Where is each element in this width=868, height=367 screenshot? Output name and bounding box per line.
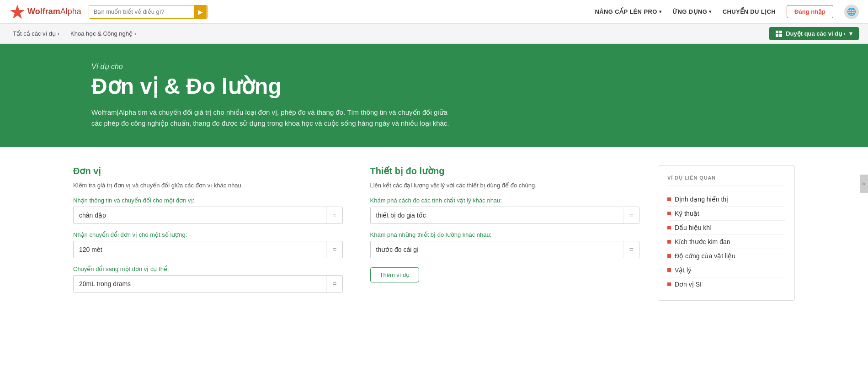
- equals-icon-4: =: [623, 207, 639, 223]
- nav-travel[interactable]: CHUYỂN DU LỊCH: [723, 8, 776, 15]
- sub-nav: Tất cả các ví dụ › Khoa học & Công nghệ …: [0, 24, 868, 44]
- sidebar-item-physics[interactable]: Vật lý: [667, 263, 785, 277]
- science-tech-link[interactable]: Khoa học & Công nghệ ›: [67, 28, 140, 39]
- units-input-2[interactable]: [74, 242, 326, 257]
- bullet-icon: [667, 212, 671, 215]
- sidebar-item-si-units[interactable]: Đơn vị SI: [667, 277, 785, 291]
- chevron-down-icon: ▾: [659, 9, 661, 14]
- measuring-input-row-1: =: [370, 207, 640, 224]
- bullet-icon: [667, 254, 671, 258]
- header: WolframAlpha ▶ NÂNG CẤP LÊN PRO ▾ ỨNG DỤ…: [0, 0, 868, 24]
- search-submit-button[interactable]: ▶: [194, 5, 207, 18]
- measuring-label-1: Khám phá cách đo các tính chất vật lý kh…: [370, 197, 640, 204]
- units-input-3[interactable]: [74, 276, 326, 292]
- nav-apps[interactable]: ỨNG DỤNG ▾: [672, 8, 712, 15]
- header-nav: NÂNG CẤP LÊN PRO ▾ ỨNG DỤNG ▾ CHUYỂN DU …: [595, 5, 859, 19]
- equals-icon-2: =: [326, 241, 342, 258]
- nav-upgrade[interactable]: NÂNG CẤP LÊN PRO ▾: [595, 8, 661, 15]
- chevron-down-icon: ▾: [709, 9, 711, 14]
- wolfram-logo-icon: [9, 4, 26, 20]
- sidebar-list: Định dạng hiển thị Kỹ thuật Dấu hiệu khí…: [667, 192, 785, 291]
- sidebar-item-engineering[interactable]: Kỹ thuật: [667, 207, 785, 221]
- measuring-section: Thiết bị đo lường Liên kết các đại lượng…: [370, 165, 640, 301]
- avatar[interactable]: 🌐: [844, 5, 859, 19]
- units-input-1[interactable]: [74, 207, 326, 223]
- hero-title: Đơn vị & Đo lường: [91, 74, 777, 99]
- hero-subtitle: Ví dụ cho: [91, 62, 777, 71]
- units-title: Đơn vị: [73, 165, 343, 176]
- chevron-down-icon: ▾: [849, 30, 852, 37]
- units-label-2: Nhận chuyển đổi đơn vị cho một số lượng:: [73, 231, 343, 238]
- hero-description: Wolfram|Alpha tìm và chuyển đổi giá trị …: [91, 107, 457, 129]
- bullet-icon: [667, 240, 671, 244]
- measuring-input-1[interactable]: [371, 207, 623, 223]
- grid-icon: [776, 31, 782, 37]
- sidebar-item-display[interactable]: Định dạng hiển thị: [667, 192, 785, 207]
- equals-icon-1: =: [326, 207, 342, 223]
- units-label-1: Nhận thông tin và chuyển đổi cho một đơn…: [73, 197, 343, 204]
- all-examples-link[interactable]: Tất cả các ví dụ ›: [9, 28, 63, 39]
- sidebar-item-weather[interactable]: Dấu hiệu khí: [667, 221, 785, 235]
- sub-nav-right: Duyệt qua các ví dụ › ▾: [769, 27, 859, 40]
- measuring-input-row-2: =: [370, 241, 640, 258]
- logo-text: Wolfram: [27, 7, 60, 16]
- logo-text-alpha: Alpha: [60, 7, 81, 16]
- equals-icon-5: =: [623, 241, 639, 258]
- units-input-row-2: =: [73, 241, 343, 258]
- equals-icon-3: =: [326, 276, 342, 292]
- units-input-row-3: =: [73, 275, 343, 293]
- content-left: Đơn vị Kiểm tra giá trị đơn vị và chuyển…: [73, 165, 639, 301]
- hero-section: Ví dụ cho Đơn vị & Đo lường Wolfram|Alph…: [0, 44, 868, 147]
- browse-button[interactable]: Duyệt qua các ví dụ › ▾: [769, 27, 859, 40]
- search-bar: ▶: [89, 5, 208, 19]
- sidebar-item-hardness[interactable]: Độ cứng của vật liệu: [667, 249, 785, 263]
- sidebar: VÍ DỤ LIÊN QUAN Định dạng hiển thị Kỹ th…: [658, 165, 795, 301]
- units-label-3: Chuyển đổi sang một đơn vị cụ thể:: [73, 266, 343, 272]
- bullet-icon: [667, 226, 671, 229]
- collapse-tab[interactable]: ››: [860, 175, 868, 193]
- sidebar-box: VÍ DỤ LIÊN QUAN Định dạng hiển thị Kỹ th…: [658, 165, 795, 301]
- login-button[interactable]: Đăng nhập: [787, 5, 833, 18]
- logo[interactable]: WolframAlpha: [9, 4, 81, 20]
- measuring-label-2: Khám phá những thiết bị đo lường khác nh…: [370, 231, 640, 238]
- measuring-desc: Liên kết các đại lượng vật lý với các th…: [370, 181, 640, 190]
- sidebar-item-knitting[interactable]: Kích thước kim đan: [667, 235, 785, 249]
- measuring-input-2[interactable]: [371, 242, 623, 257]
- units-desc: Kiểm tra giá trị đơn vị và chuyển đổi gi…: [73, 181, 343, 190]
- sub-nav-left: Tất cả các ví dụ › Khoa học & Công nghệ …: [9, 28, 140, 39]
- bullet-icon: [667, 282, 671, 286]
- measuring-title: Thiết bị đo lường: [370, 165, 640, 176]
- units-section: Đơn vị Kiểm tra giá trị đơn vị và chuyển…: [73, 165, 343, 301]
- units-input-row-1: =: [73, 207, 343, 224]
- add-example-button[interactable]: Thêm ví dụ: [370, 267, 420, 282]
- svg-marker-0: [10, 5, 25, 19]
- bullet-icon: [667, 268, 671, 272]
- bullet-icon: [667, 197, 671, 201]
- sidebar-title: VÍ DỤ LIÊN QUAN: [667, 175, 785, 186]
- main-content: Đơn vị Kiểm tra giá trị đơn vị và chuyển…: [0, 147, 868, 319]
- search-input[interactable]: [89, 5, 194, 18]
